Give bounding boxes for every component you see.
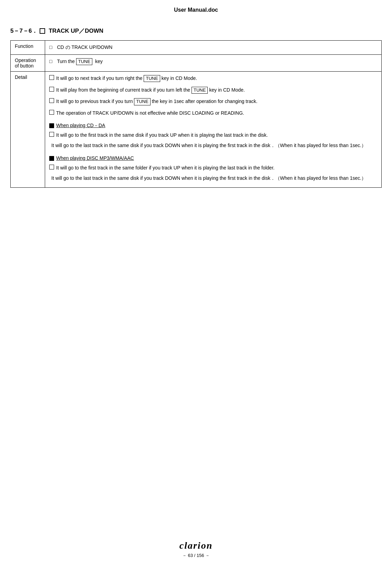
cd-da-square-icon — [49, 123, 54, 128]
checkbox-4 — [49, 110, 54, 115]
operation-row: Operationof button □ Turn the TUNE key — [11, 54, 382, 71]
mp3-item-1: It will go to the first track in the sam… — [49, 164, 377, 172]
section-heading: 5－7－6． TRACK UP／DOWN — [10, 27, 382, 35]
function-content: □ CD の TRACK UP/DOWN — [45, 41, 382, 55]
main-table: Function □ CD の TRACK UP/DOWN Operationo… — [10, 40, 382, 188]
tune-key-1: TUNE — [144, 75, 160, 82]
section-checkbox-icon — [40, 28, 45, 34]
tune-key: TUNE — [76, 58, 92, 65]
detail-item-4: The operation of TRACK UP/DOWN is not ef… — [49, 109, 377, 117]
cd-da-heading: When playing CD－DA — [49, 122, 377, 130]
checkbox-3 — [49, 98, 54, 103]
detail-content: It will go to next track if you turn rig… — [45, 71, 382, 187]
page-number: － 63 / 156 － — [0, 552, 392, 559]
mp3-item-2-text: It will go to the last track in the same… — [51, 174, 366, 183]
page: User Manual.doc 5－7－6． TRACK UP／DOWN Fun… — [0, 0, 392, 569]
operation-label: Operationof button — [11, 54, 45, 71]
mp3-square-icon — [49, 156, 54, 161]
detail-item-2: It will play from the beginning of curre… — [49, 86, 377, 94]
cd-da-section: When playing CD－DA It will go to the fir… — [49, 122, 377, 149]
cd-da-item-1-text: It will go to the first track in the sam… — [56, 131, 268, 139]
clarion-logo: clarion — [0, 540, 392, 551]
tune-key-2: TUNE — [192, 87, 208, 94]
checkbox-1 — [49, 75, 54, 80]
cd-da-item-1: It will go to the first track in the sam… — [49, 131, 377, 139]
function-text: □ CD の TRACK UP/DOWN — [49, 44, 112, 50]
function-label: Function — [11, 41, 45, 55]
operation-content: □ Turn the TUNE key — [45, 54, 382, 71]
section-title: TRACK UP／DOWN — [49, 27, 103, 35]
detail-item-1: It will go to next track if you turn rig… — [49, 74, 377, 83]
mp3-heading: When playing DISC MP3/WMA/AAC — [49, 154, 377, 163]
footer: clarion － 63 / 156 － — [0, 540, 392, 559]
mp3-checkbox-1 — [49, 165, 54, 169]
detail-label: Detail — [11, 71, 45, 187]
mp3-section: When playing DISC MP3/WMA/AAC It will go… — [49, 154, 377, 182]
cd-da-item-2-text: It will go to the last track in the same… — [51, 142, 366, 150]
operation-text: □ Turn the TUNE key — [49, 59, 103, 64]
mp3-item-2: It will go to the last track in the same… — [49, 174, 377, 183]
detail-row: Detail It will go to next track if you t… — [11, 71, 382, 187]
detail-item-1-text: It will go to next track if you turn rig… — [56, 74, 197, 83]
doc-title: User Manual.doc — [10, 7, 382, 17]
cd-da-checkbox-1 — [49, 132, 54, 137]
tune-key-3: TUNE — [134, 98, 150, 105]
checkbox-2 — [49, 87, 54, 92]
section-number: 5－7－6． — [10, 27, 38, 35]
detail-item-3: It will go to previous track if you turn… — [49, 97, 377, 106]
cd-da-item-2: It will go to the last track in the same… — [49, 142, 377, 150]
mp3-heading-text: When playing DISC MP3/WMA/AAC — [56, 154, 134, 163]
function-row: Function □ CD の TRACK UP/DOWN — [11, 41, 382, 55]
detail-item-3-text: It will go to previous track if you turn… — [56, 97, 257, 106]
cd-da-heading-text: When playing CD－DA — [56, 122, 105, 130]
mp3-item-1-text: It will go to the first track in the sam… — [56, 164, 275, 172]
detail-item-2-text: It will play from the beginning of curre… — [56, 86, 245, 94]
detail-item-4-text: The operation of TRACK UP/DOWN is not ef… — [56, 109, 244, 117]
